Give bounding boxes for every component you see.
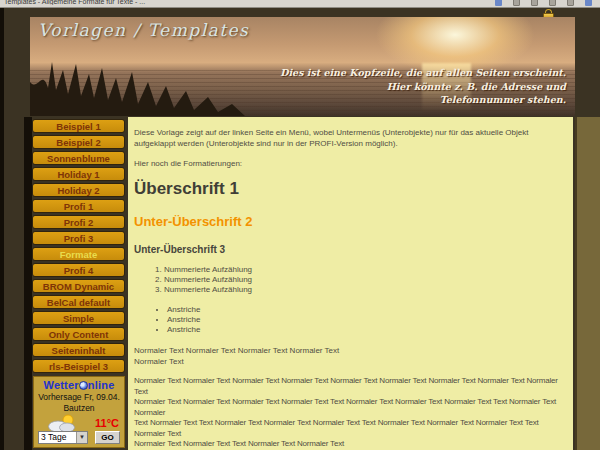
browser-toolbar-icon[interactable] bbox=[495, 0, 502, 6]
text-line: Normaler Text Normaler Text Text Normale… bbox=[134, 439, 565, 450]
sidebar-item-brom-dynamic[interactable]: BROM Dynamic bbox=[32, 279, 125, 293]
numbered-list-item: Nummerierte Aufzählung bbox=[164, 285, 565, 295]
forecast-date: Vorhersage Fr, 09.04. bbox=[34, 392, 124, 402]
numbered-list-item: Nummerierte Aufzählung bbox=[164, 275, 565, 285]
text-line: Text Normaler Text Text Normaler Text No… bbox=[134, 418, 565, 439]
sidebar-item-sonnenblume[interactable]: Sonnenblume bbox=[32, 151, 125, 165]
grass-silhouette-decoration bbox=[30, 58, 245, 116]
forecast-range-value: 3 Tage bbox=[39, 432, 76, 443]
window-left-edge bbox=[0, 8, 4, 450]
globe-icon bbox=[79, 381, 88, 390]
intro-paragraph: Diese Vorlage zeigt auf der linken Seite… bbox=[134, 127, 565, 149]
normal-text-paragraph-1: Normaler Text Normaler Text Normaler Tex… bbox=[134, 345, 565, 367]
bullet-list-item: Anstriche bbox=[167, 315, 565, 325]
temperature-value: 11°C bbox=[95, 417, 119, 429]
heading-3: Unter-Überschrift 3 bbox=[134, 244, 565, 256]
chevron-down-icon[interactable]: ▼ bbox=[76, 432, 87, 443]
go-button[interactable]: GO bbox=[95, 431, 120, 444]
sidebar-menu: Beispiel 1 Beispiel 2 Sonnenblume Holida… bbox=[32, 119, 125, 375]
text-line: Normaler Text Normaler Text Normaler Tex… bbox=[134, 376, 565, 397]
page-title: Vorlagen / Templates bbox=[38, 20, 249, 40]
browser-toolbar-icon[interactable] bbox=[549, 0, 556, 6]
tagline-line: Hier könnte z. B. die Adresse und bbox=[280, 80, 566, 94]
sidebar-item-simple[interactable]: Simple bbox=[32, 311, 125, 325]
logo-text-suffix: nline bbox=[88, 379, 115, 391]
forecast-city: Bautzen bbox=[34, 403, 124, 413]
weather-widget: Wetternline Vorhersage Fr, 09.04. Bautze… bbox=[33, 376, 125, 448]
sidebar-item-holiday-2[interactable]: Holiday 2 bbox=[32, 183, 125, 197]
header-banner: Vorlagen / Templates Dies ist eine Kopfz… bbox=[30, 17, 575, 116]
logo-text-prefix: Wetter bbox=[44, 379, 79, 391]
sidebar-item-formate[interactable]: Formate bbox=[32, 247, 125, 261]
sidebar-item-profi-2[interactable]: Profi 2 bbox=[32, 215, 125, 229]
sidebar-item-beispiel-1[interactable]: Beispiel 1 bbox=[32, 119, 125, 133]
sidebar-item-profi-4[interactable]: Profi 4 bbox=[32, 263, 125, 277]
bullet-list-item: Anstriche bbox=[167, 325, 565, 335]
sidebar-item-holiday-1[interactable]: Holiday 1 bbox=[32, 167, 125, 181]
browser-toolbar-icon[interactable] bbox=[531, 0, 538, 6]
tagline-line: Telefonnummer stehen. bbox=[280, 93, 566, 107]
sidebar-item-profi-3[interactable]: Profi 3 bbox=[32, 231, 125, 245]
weather-controls: 3 Tage ▼ GO bbox=[38, 430, 122, 444]
browser-toolbar-icon[interactable] bbox=[567, 0, 574, 6]
heading-2: Unter-Überschrift 2 bbox=[134, 214, 565, 229]
header-tagline: Dies ist eine Kopfzeile, die auf allen S… bbox=[280, 66, 566, 107]
sidebar-left-strip bbox=[24, 117, 32, 450]
bullet-list-item: Anstriche bbox=[167, 305, 565, 315]
sidebar-item-profi-1[interactable]: Profi 1 bbox=[32, 199, 125, 213]
forecast-range-select[interactable]: 3 Tage ▼ bbox=[38, 431, 88, 444]
formats-line: Hier noch die Formatierungen: bbox=[134, 158, 565, 169]
sidebar-item-belcal-default[interactable]: BelCal default bbox=[32, 295, 125, 309]
browser-tab-bar: Templates - Allgemeine Formate für Texte… bbox=[0, 0, 600, 8]
normal-text-paragraph-2: Normaler Text Normaler Text Normaler Tex… bbox=[134, 376, 565, 450]
main-content: Diese Vorlage zeigt auf der linken Seite… bbox=[128, 117, 573, 450]
numbered-list-item: Nummerierte Aufzählung bbox=[164, 265, 565, 275]
sidebar-item-rls-beispiel-3[interactable]: rls-Beispiel 3 bbox=[32, 359, 125, 373]
bullet-list: Anstriche Anstriche Anstriche bbox=[134, 305, 565, 335]
browser-toolbar bbox=[495, 0, 592, 6]
text-line: Normaler Text Normaler Text Normaler Tex… bbox=[134, 397, 565, 418]
sidebar-item-seiteninhalt[interactable]: Seiteninhalt bbox=[32, 343, 125, 357]
tagline-line: Dies ist eine Kopfzeile, die auf allen S… bbox=[280, 66, 566, 80]
text-line: Normaler Text bbox=[134, 356, 565, 367]
browser-tab-title[interactable]: Templates - Allgemeine Formate für Texte… bbox=[4, 0, 334, 5]
text-line: Normaler Text Normaler Text Normaler Tex… bbox=[134, 345, 565, 356]
numbered-list: Nummerierte Aufzählung Nummerierte Aufzä… bbox=[134, 265, 565, 295]
sidebar-item-only-content[interactable]: Only Content bbox=[32, 327, 125, 341]
browser-toolbar-icon[interactable] bbox=[585, 0, 592, 6]
right-margin-strip bbox=[575, 117, 600, 450]
sidebar-item-beispiel-2[interactable]: Beispiel 2 bbox=[32, 135, 125, 149]
heading-1: Überschrift 1 bbox=[134, 179, 565, 199]
browser-toolbar-icon[interactable] bbox=[513, 0, 520, 6]
wetteronline-logo[interactable]: Wetternline bbox=[34, 379, 124, 391]
